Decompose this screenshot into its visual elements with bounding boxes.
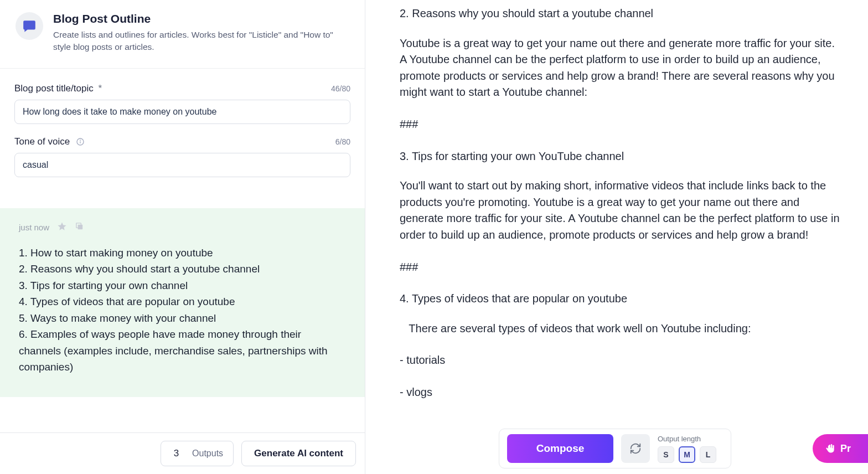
hand-icon [825,443,836,454]
length-s-button[interactable]: S [658,446,674,463]
outputs-label: Outputs [192,449,223,458]
doc-heading-3: 3. Tips for starting your own YouTube ch… [400,148,840,165]
info-icon[interactable] [76,137,85,146]
output-line: 4. Types of videos that are popular on y… [19,293,346,310]
doc-paragraph: There are several types of videos that w… [400,321,840,337]
output-line: 6. Examples of ways people have made mon… [19,326,346,375]
title-input[interactable] [14,100,350,124]
svg-rect-3 [78,225,83,230]
compose-button[interactable]: Compose [507,434,613,463]
doc-list-item: - vlogs [400,384,840,401]
doc-separator: ### [400,116,840,133]
output-line: 2. Reasons why you should start a youtub… [19,261,346,277]
doc-heading-4: 4. Types of videos that are popular on y… [400,291,840,307]
svg-point-2 [80,140,81,141]
field-tone: Tone of voice 6/80 [14,136,350,177]
star-icon[interactable] [57,221,67,234]
doc-heading-2: 2. Reasons why you should start a youtub… [400,6,840,22]
field-title: Blog post title/topic * 46/80 [14,83,350,124]
output-card: just now 1. How to start making money on… [0,208,365,398]
output-line: 1. How to start making money on youtube [19,245,346,261]
template-description: Create lists and outlines for articles. … [53,29,349,54]
length-l-button[interactable]: L [700,446,716,463]
template-header: Blog Post Outline Create lists and outli… [0,0,365,69]
chat-box-icon [16,12,43,40]
output-body: 1. How to start making money on youtube … [19,245,346,375]
tone-input[interactable] [14,153,350,177]
output-length-label: Output length [658,435,716,443]
output-line: 3. Tips for starting your own channel [19,277,346,293]
refresh-icon [629,442,642,455]
title-char-count: 46/80 [331,84,350,93]
promo-label: Pr [840,443,851,455]
required-marker: * [98,83,102,94]
title-label: Blog post title/topic * [14,83,102,94]
doc-list-item: - tutorials [400,352,840,369]
length-m-button[interactable]: M [679,446,695,463]
tone-char-count: 6/80 [335,137,350,146]
document-panel[interactable]: 2. Reasons why you should start a youtub… [365,0,868,474]
refresh-button[interactable] [621,434,650,463]
output-timestamp: just now [19,223,49,232]
tone-label: Tone of voice [14,136,85,147]
generate-button[interactable]: Generate AI content [241,441,356,466]
doc-paragraph: You'll want to start out by making short… [400,178,840,243]
outputs-count-input[interactable] [161,441,192,466]
form-area: Blog post title/topic * 46/80 Tone of vo… [0,69,365,208]
template-title: Blog Post Outline [53,12,349,25]
compose-bar: Compose Output length S M L [499,429,731,468]
output-length-group: Output length S M L [658,435,716,463]
output-line: 5. Ways to make money with your channel [19,310,346,326]
doc-separator: ### [400,259,840,276]
copy-icon[interactable] [75,221,84,233]
left-panel: Blog Post Outline Create lists and outli… [0,0,365,474]
title-label-text: Blog post title/topic [14,83,94,94]
outputs-count-box: Outputs [161,441,234,466]
promo-pill[interactable]: Pr [813,434,868,463]
left-scroll-area[interactable]: Blog Post Outline Create lists and outli… [0,0,365,432]
doc-paragraph: Youtube is a great way to get your name … [400,35,840,101]
tone-label-text: Tone of voice [14,136,70,147]
footer-bar: Outputs Generate AI content [0,432,365,474]
